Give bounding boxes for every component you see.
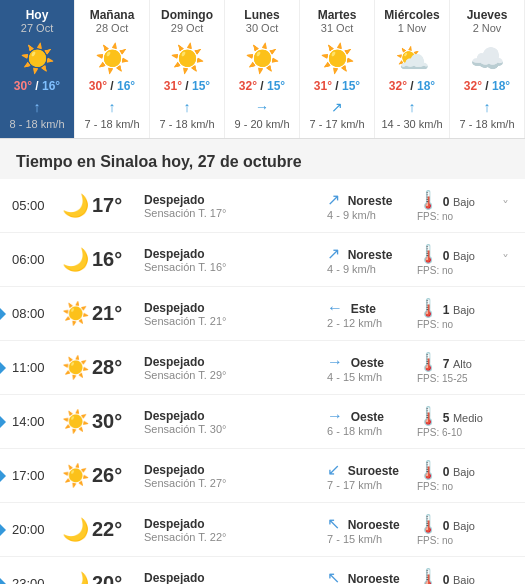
wind-dir-arrow: ↗ <box>327 244 340 263</box>
wind-speed: 2 - 12 km/h <box>327 317 417 329</box>
hour-temp: 17° <box>92 194 140 217</box>
hour-desc-main: Despejado <box>144 247 327 261</box>
temp-high: 30° <box>14 79 32 93</box>
hour-time: 08:00 <box>12 306 62 321</box>
uv-icon: 🌡️ <box>417 244 439 264</box>
hour-temp: 22° <box>92 518 140 541</box>
wind-arrow: ↑ <box>409 99 416 115</box>
hour-icon: ☀️ <box>62 301 92 327</box>
uv-value: 1 <box>443 303 450 317</box>
hourly-row[interactable]: 23:00 🌙 20° Despejado Sensación T. 20° ↖… <box>0 557 525 584</box>
row-triangle <box>0 470 6 482</box>
day-card-tomorrow[interactable]: Mañana 28 Oct ☀️ 30° / 16° ↑ 7 - 18 km/h <box>75 0 150 138</box>
wind-direction: Oeste <box>351 410 384 424</box>
hour-desc-main: Despejado <box>144 301 327 315</box>
hourly-row[interactable]: 05:00 🌙 17° Despejado Sensación T. 17° ↗… <box>0 179 525 233</box>
hour-time: 17:00 <box>12 468 62 483</box>
day-wind: 7 - 18 km/h <box>84 118 139 130</box>
hourly-row[interactable]: 20:00 🌙 22° Despejado Sensación T. 22° ↖… <box>0 503 525 557</box>
hour-wind: ↖ Noroeste 3 - 11 km/h <box>327 568 417 584</box>
day-card-mon[interactable]: Lunes 30 Oct ☀️ 32° / 15° → 9 - 20 km/h <box>225 0 300 138</box>
day-temps: 31° / 15° <box>164 79 210 93</box>
temp-low: 15° <box>192 79 210 93</box>
day-card-today[interactable]: Hoy 27 Oct ☀️ 30° / 16° ↑ 8 - 18 km/h <box>0 0 75 138</box>
row-triangle <box>0 362 6 374</box>
temp-low: 18° <box>492 79 510 93</box>
hour-time: 06:00 <box>12 252 62 267</box>
hour-uv: 🌡️ 5 Medio FPS: 6-10 <box>417 405 497 438</box>
hour-temp: 30° <box>92 410 140 433</box>
hour-uv: 🌡️ 0 Bajo FPS: no <box>417 567 497 584</box>
day-icon: ☀️ <box>320 42 355 75</box>
wind-direction: Noroeste <box>348 518 400 532</box>
hourly-row[interactable]: 11:00 ☀️ 28° Despejado Sensación T. 29° … <box>0 341 525 395</box>
day-wind: 14 - 30 km/h <box>381 118 442 130</box>
day-date: 29 Oct <box>171 22 203 34</box>
fps-label: FPS: 6-10 <box>417 427 497 438</box>
hourly-row[interactable]: 06:00 🌙 16° Despejado Sensación T. 16° ↗… <box>0 233 525 287</box>
wind-speed: 4 - 9 km/h <box>327 263 417 275</box>
hour-desc-main: Despejado <box>144 517 327 531</box>
hour-desc: Despejado Sensación T. 22° <box>140 517 327 543</box>
hour-temp: 20° <box>92 572 140 584</box>
wind-arrow: → <box>255 99 269 115</box>
day-temps: 32° / 18° <box>464 79 510 93</box>
hour-uv: 🌡️ 0 Bajo FPS: no <box>417 513 497 546</box>
wind-speed: 7 - 15 km/h <box>327 533 417 545</box>
chevron-icon[interactable]: ˅ <box>497 252 513 268</box>
hour-wind: → Oeste 6 - 18 km/h <box>327 407 417 437</box>
hour-wind: → Oeste 4 - 15 km/h <box>327 353 417 383</box>
hourly-row[interactable]: 17:00 ☀️ 26° Despejado Sensación T. 27° … <box>0 449 525 503</box>
wind-speed: 7 - 17 km/h <box>327 479 417 491</box>
hour-icon: 🌙 <box>62 517 92 543</box>
hourly-row[interactable]: 08:00 ☀️ 21° Despejado Sensación T. 21° … <box>0 287 525 341</box>
hour-wind: ← Este 2 - 12 km/h <box>327 299 417 329</box>
fps-label: FPS: 15-25 <box>417 373 497 384</box>
wind-direction: Noreste <box>348 194 393 208</box>
uv-value: 7 <box>443 357 450 371</box>
row-triangle <box>0 416 6 428</box>
hour-time: 20:00 <box>12 522 62 537</box>
day-temps: 30° / 16° <box>89 79 135 93</box>
hour-icon: 🌙 <box>62 193 92 219</box>
hour-icon: ☀️ <box>62 463 92 489</box>
uv-value: 0 <box>443 249 450 263</box>
temp-high: 32° <box>464 79 482 93</box>
fps-label: FPS: no <box>417 535 497 546</box>
hour-feels: Sensación T. 17° <box>144 207 327 219</box>
uv-level: Alto <box>453 358 472 370</box>
day-card-wed[interactable]: Miércoles 1 Nov ⛅ 32° / 18° ↑ 14 - 30 km… <box>375 0 450 138</box>
chevron-icon[interactable]: ˅ <box>497 198 513 214</box>
hour-temp: 28° <box>92 356 140 379</box>
temp-low: 15° <box>267 79 285 93</box>
day-date: 31 Oct <box>321 22 353 34</box>
fps-label: FPS: no <box>417 265 497 276</box>
wind-dir-arrow: ↙ <box>327 460 340 479</box>
day-date: 27 Oct <box>21 22 53 34</box>
day-date: 2 Nov <box>473 22 502 34</box>
uv-icon: 🌡️ <box>417 352 439 372</box>
hour-uv: 🌡️ 7 Alto FPS: 15-25 <box>417 351 497 384</box>
hour-feels: Sensación T. 21° <box>144 315 327 327</box>
day-name: Miércoles <box>384 8 439 22</box>
uv-icon: 🌡️ <box>417 298 439 318</box>
day-card-tue[interactable]: Martes 31 Oct ☀️ 31° / 15° ↗ 7 - 17 km/h <box>300 0 375 138</box>
day-card-sun[interactable]: Domingo 29 Oct ☀️ 31° / 15° ↑ 7 - 18 km/… <box>150 0 225 138</box>
temp-high: 31° <box>164 79 182 93</box>
hour-desc: Despejado Sensación T. 17° <box>140 193 327 219</box>
day-wind: 7 - 18 km/h <box>159 118 214 130</box>
temp-high: 32° <box>239 79 257 93</box>
hour-feels: Sensación T. 30° <box>144 423 327 435</box>
hour-temp: 21° <box>92 302 140 325</box>
hour-desc: Despejado Sensación T. 30° <box>140 409 327 435</box>
day-icon: ☀️ <box>170 42 205 75</box>
wind-dir-arrow: → <box>327 353 343 371</box>
uv-level: Bajo <box>453 250 475 262</box>
hour-desc-main: Despejado <box>144 571 327 585</box>
wind-direction: Este <box>351 302 376 316</box>
hourly-row[interactable]: 14:00 ☀️ 30° Despejado Sensación T. 30° … <box>0 395 525 449</box>
temp-high: 31° <box>314 79 332 93</box>
day-name: Jueves <box>467 8 508 22</box>
hour-desc-main: Despejado <box>144 193 327 207</box>
day-card-thu[interactable]: Jueves 2 Nov ☁️ 32° / 18° ↑ 7 - 18 km/h <box>450 0 525 138</box>
